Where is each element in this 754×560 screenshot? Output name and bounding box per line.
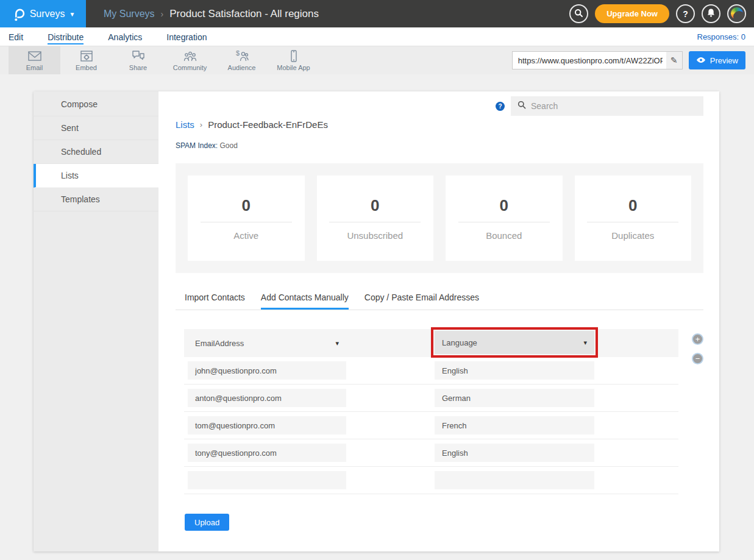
breadcrumb-separator-icon: › — [161, 9, 164, 19]
divider — [587, 222, 678, 222]
avatar-logo-icon — [731, 7, 743, 19]
table-row — [184, 439, 678, 467]
toolbar-item-community[interactable]: Community — [164, 46, 216, 74]
toolbar-item-label: Share — [129, 64, 147, 71]
email-cell-input[interactable] — [188, 471, 346, 489]
audience-icon: $ — [234, 49, 250, 63]
stat-label: Unsubscribed — [347, 230, 403, 241]
spam-index-row: SPAM Index: Good — [176, 141, 703, 150]
search-icon — [517, 101, 526, 112]
toolbar-item-embed[interactable]: Embed — [60, 46, 112, 74]
stat-value: 0 — [242, 196, 251, 215]
red-highlight-box: Language ▾ — [431, 327, 598, 358]
breadcrumb: My Surveys › Product Satisfaction - All … — [104, 8, 319, 20]
list-stats-panel: 0 Active 0 Unsubscribed 0 Bounced 0 Dupl… — [176, 163, 703, 273]
toolbar-item-label: Email — [26, 64, 43, 71]
table-row — [184, 412, 678, 439]
language-cell-input[interactable] — [435, 416, 594, 434]
stat-card-bounced: 0 Bounced — [446, 175, 563, 261]
chevron-down-icon: ▾ — [335, 339, 339, 347]
contacts-tabs: Import Contacts Add Contacts Manually Co… — [176, 292, 703, 310]
sidebar-item-compose[interactable]: Compose — [34, 93, 158, 116]
language-cell-input[interactable] — [435, 444, 594, 462]
table-row — [184, 357, 678, 385]
questionpro-logo-icon — [11, 6, 26, 22]
top-bar-actions: Upgrade Now ? — [569, 4, 754, 23]
sidebar-item-templates[interactable]: Templates — [34, 188, 158, 211]
breadcrumb-lists-link[interactable]: Lists — [176, 119, 194, 130]
nav-tab-edit[interactable]: Edit — [9, 29, 23, 44]
bell-icon — [706, 8, 716, 19]
email-cell-input[interactable] — [188, 444, 346, 462]
upload-button[interactable]: Upload — [185, 514, 229, 531]
preview-label: Preview — [710, 56, 738, 65]
toolbar-item-share[interactable]: Share — [112, 46, 164, 74]
email-sidebar: Compose Sent Scheduled Lists Templates — [34, 91, 158, 551]
account-avatar[interactable] — [727, 4, 746, 23]
tab-copy-paste-email-addresses[interactable]: Copy / Paste Email Addresses — [365, 292, 479, 310]
global-search-button[interactable] — [569, 4, 588, 23]
minus-icon: − — [695, 355, 700, 363]
tab-add-contacts-manually[interactable]: Add Contacts Manually — [261, 292, 349, 310]
stat-value: 0 — [371, 196, 379, 215]
preview-button[interactable]: Preview — [689, 51, 745, 69]
divider — [201, 222, 292, 222]
nav-tab-analytics[interactable]: Analytics — [108, 29, 142, 44]
contacts-table-wrap: EmailAddress ▾ Language ▾ — [176, 329, 703, 494]
table-row — [184, 385, 678, 412]
upgrade-now-button[interactable]: Upgrade Now — [595, 4, 669, 23]
stat-card-unsubscribed: 0 Unsubscribed — [317, 175, 434, 261]
spam-index-label: SPAM Index: — [176, 141, 218, 150]
survey-url-input[interactable] — [513, 56, 666, 65]
email-icon — [27, 49, 43, 63]
email-column-selected: EmailAddress — [195, 339, 244, 348]
stat-value: 0 — [628, 196, 637, 215]
email-column-dropdown[interactable]: EmailAddress ▾ — [188, 331, 346, 355]
responses-count[interactable]: Responses: 0 — [697, 32, 746, 41]
stat-card-duplicates: 0 Duplicates — [575, 175, 692, 261]
stat-label: Active — [233, 230, 258, 241]
tab-import-contacts[interactable]: Import Contacts — [185, 292, 245, 310]
top-bar: Surveys ▼ My Surveys › Product Satisfact… — [0, 0, 754, 27]
eye-icon — [696, 56, 706, 65]
nav-tab-integration[interactable]: Integration — [166, 29, 207, 44]
sidebar-item-scheduled[interactable]: Scheduled — [34, 140, 158, 164]
language-column-selected: Language — [442, 338, 477, 347]
remove-row-button[interactable]: − — [692, 353, 703, 364]
chevron-down-icon: ▼ — [69, 11, 75, 18]
toolbar-item-label: Audience — [228, 64, 256, 71]
edit-url-pencil-icon[interactable]: ✎ — [666, 52, 682, 69]
notifications-button[interactable] — [702, 4, 720, 23]
survey-title: Product Satisfaction - All regions — [169, 8, 319, 20]
email-cell-input[interactable] — [188, 416, 346, 434]
email-cell-input[interactable] — [188, 361, 346, 380]
toolbar-item-mobile-app[interactable]: Mobile App — [268, 46, 319, 74]
question-mark-icon: ? — [683, 9, 688, 19]
contacts-table: EmailAddress ▾ Language ▾ — [184, 329, 678, 494]
email-cell-input[interactable] — [188, 389, 346, 407]
stat-card-active: 0 Active — [188, 175, 305, 261]
toolbar-item-audience[interactable]: $ Audience — [216, 46, 268, 74]
app-logo-menu[interactable]: Surveys ▼ — [0, 0, 86, 27]
sidebar-item-lists[interactable]: Lists — [34, 164, 158, 188]
help-button[interactable]: ? — [676, 4, 695, 23]
nav-tab-distribute[interactable]: Distribute — [48, 29, 84, 44]
divider — [329, 222, 421, 222]
help-circle-icon[interactable]: ? — [496, 102, 505, 111]
breadcrumb-my-surveys[interactable]: My Surveys — [104, 9, 155, 19]
breadcrumb-separator-icon: › — [200, 120, 202, 129]
sidebar-item-sent[interactable]: Sent — [34, 116, 158, 140]
chevron-down-icon: ▾ — [583, 339, 587, 347]
list-search-box — [511, 96, 703, 116]
search-icon — [574, 9, 583, 19]
language-cell-input[interactable] — [435, 389, 594, 407]
language-cell-input[interactable] — [435, 361, 594, 380]
add-row-button[interactable]: + — [692, 333, 703, 345]
table-row — [184, 467, 678, 494]
distribute-toolbar: Email Embed Share Community $ Audience M… — [0, 46, 754, 74]
language-cell-input[interactable] — [435, 471, 594, 489]
language-column-dropdown[interactable]: Language ▾ — [435, 331, 594, 354]
search-input[interactable] — [531, 101, 697, 111]
toolbar-item-label: Embed — [76, 64, 97, 71]
toolbar-item-email[interactable]: Email — [9, 46, 60, 74]
